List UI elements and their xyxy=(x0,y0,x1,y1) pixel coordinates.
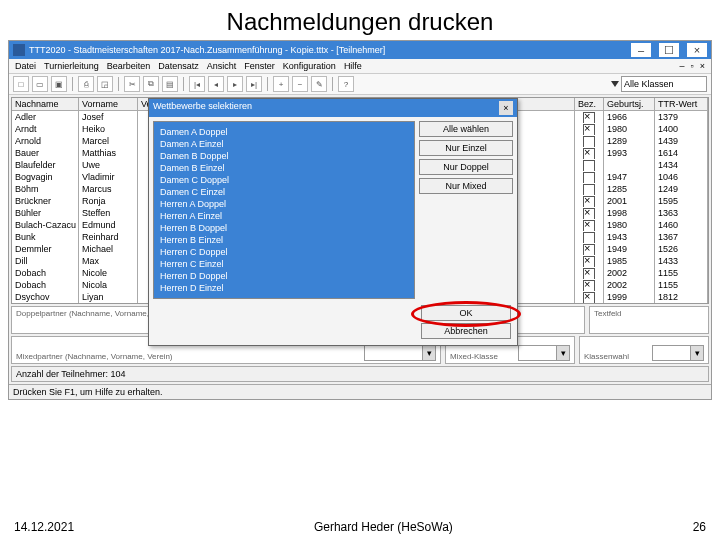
list-item[interactable]: Herren C Einzel xyxy=(160,258,408,270)
list-item[interactable]: Herren D Doppel xyxy=(160,270,408,282)
cell-nachname[interactable]: Bühler xyxy=(12,207,78,219)
cell-vorname[interactable]: Nicola xyxy=(79,279,137,291)
tb-prev-icon[interactable]: ◂ xyxy=(208,76,224,92)
cell-vorname[interactable]: Edmund xyxy=(79,219,137,231)
cell-nachname[interactable]: Dobach xyxy=(12,267,78,279)
cell-ttr[interactable]: 1379 xyxy=(655,111,707,123)
list-item[interactable]: Damen B Doppel xyxy=(160,150,408,162)
cell-geburtsj[interactable]: 1993 xyxy=(604,147,654,159)
cell-geburtsj[interactable]: 1285 xyxy=(604,183,654,195)
cell-nachname[interactable]: Brückner xyxy=(12,195,78,207)
cell-geburtsj[interactable]: 1980 xyxy=(604,123,654,135)
cell-geburtsj[interactable]: 1949 xyxy=(604,243,654,255)
cell-geburtsj[interactable]: 1998 xyxy=(604,207,654,219)
cell-vorname[interactable]: Marcel xyxy=(79,135,137,147)
cell-bez[interactable] xyxy=(575,207,603,219)
tb-add-icon[interactable]: + xyxy=(273,76,289,92)
tb-next-icon[interactable]: ▸ xyxy=(227,76,243,92)
tb-paste-icon[interactable]: ▤ xyxy=(162,76,178,92)
list-item[interactable]: Damen C Einzel xyxy=(160,186,408,198)
cell-ttr[interactable]: 1367 xyxy=(655,231,707,243)
list-item[interactable]: Herren B Einzel xyxy=(160,234,408,246)
tb-last-icon[interactable]: ▸| xyxy=(246,76,262,92)
dialog-close-icon[interactable]: × xyxy=(499,101,513,115)
cell-nachname[interactable]: Bogvagin xyxy=(12,171,78,183)
cell-bez[interactable] xyxy=(575,123,603,135)
col-geburtsj[interactable]: Geburtsj. xyxy=(604,98,654,111)
cell-geburtsj[interactable]: 2002 xyxy=(604,267,654,279)
cell-geburtsj[interactable] xyxy=(604,159,654,171)
close-button[interactable]: × xyxy=(687,43,707,57)
cell-vorname[interactable]: Vladimir xyxy=(79,171,137,183)
maximize-button[interactable]: ☐ xyxy=(659,43,679,57)
cell-ttr[interactable]: 1363 xyxy=(655,207,707,219)
tb-help-icon[interactable]: ? xyxy=(338,76,354,92)
cell-vorname[interactable]: Liyan xyxy=(79,291,137,303)
cell-bez[interactable] xyxy=(575,159,603,171)
cell-geburtsj[interactable]: 2002 xyxy=(604,279,654,291)
list-item[interactable]: Herren C Doppel xyxy=(160,246,408,258)
list-item[interactable]: Herren A Doppel xyxy=(160,198,408,210)
wettbewerbe-listbox[interactable]: Damen A DoppelDamen A EinzelDamen B Dopp… xyxy=(153,121,415,299)
cell-geburtsj[interactable]: 1980 xyxy=(604,219,654,231)
cell-bez[interactable] xyxy=(575,195,603,207)
ok-button[interactable]: OK xyxy=(421,305,511,321)
cell-bez[interactable] xyxy=(575,183,603,195)
tb-copy-icon[interactable]: ⧉ xyxy=(143,76,159,92)
cell-vorname[interactable]: Nicole xyxy=(79,267,137,279)
cell-nachname[interactable]: Böhm xyxy=(12,183,78,195)
col-vorname[interactable]: Vorname xyxy=(79,98,137,111)
cell-vorname[interactable]: Marcus xyxy=(79,183,137,195)
cell-bez[interactable] xyxy=(575,243,603,255)
tb-preview-icon[interactable]: ◲ xyxy=(97,76,113,92)
cell-ttr[interactable]: 1400 xyxy=(655,123,707,135)
menu-ansicht[interactable]: Ansicht xyxy=(207,61,237,71)
cell-nachname[interactable]: Bauer xyxy=(12,147,78,159)
klassen-input[interactable] xyxy=(621,76,707,92)
cell-geburtsj[interactable]: 1289 xyxy=(604,135,654,147)
cell-ttr[interactable]: 1595 xyxy=(655,195,707,207)
cell-nachname[interactable]: Bulach-Cazacu xyxy=(12,219,78,231)
nur-einzel-button[interactable]: Nur Einzel xyxy=(419,140,513,156)
tb-save-icon[interactable]: ▣ xyxy=(51,76,67,92)
cell-vorname[interactable]: Michael xyxy=(79,243,137,255)
cell-bez[interactable] xyxy=(575,267,603,279)
klassenwahl-combo[interactable]: ▾ xyxy=(652,345,704,361)
cell-bez[interactable] xyxy=(575,255,603,267)
cell-nachname[interactable]: Demmler xyxy=(12,243,78,255)
menu-fenster[interactable]: Fenster xyxy=(244,61,275,71)
mixedpartner-combo[interactable]: ▾ xyxy=(364,345,436,361)
menu-datensatz[interactable]: Datensatz xyxy=(158,61,199,71)
tb-open-icon[interactable]: ▭ xyxy=(32,76,48,92)
klassen-filter[interactable] xyxy=(611,76,707,92)
cell-ttr[interactable]: 1433 xyxy=(655,255,707,267)
cell-nachname[interactable]: Adler xyxy=(12,111,78,123)
cell-geburtsj[interactable]: 1947 xyxy=(604,171,654,183)
menu-datei[interactable]: Datei xyxy=(15,61,36,71)
cell-nachname[interactable]: Dsychov xyxy=(12,291,78,303)
nur-doppel-button[interactable]: Nur Doppel xyxy=(419,159,513,175)
cell-geburtsj[interactable]: 1999 xyxy=(604,291,654,303)
mdi-restore-icon[interactable]: ▫ xyxy=(691,61,694,71)
menu-hilfe[interactable]: Hilfe xyxy=(344,61,362,71)
cell-ttr[interactable]: 1812 xyxy=(655,291,707,303)
cell-bez[interactable] xyxy=(575,147,603,159)
list-item[interactable]: Damen C Doppel xyxy=(160,174,408,186)
col-bez[interactable]: Bez. xyxy=(575,98,603,111)
cell-ttr[interactable]: 1249 xyxy=(655,183,707,195)
cell-vorname[interactable]: Steffen xyxy=(79,207,137,219)
menu-konfiguration[interactable]: Konfiguration xyxy=(283,61,336,71)
cell-bez[interactable] xyxy=(575,219,603,231)
abbrechen-button[interactable]: Abbrechen xyxy=(421,323,511,339)
cell-ttr[interactable]: 1155 xyxy=(655,279,707,291)
cell-vorname[interactable]: Max xyxy=(79,255,137,267)
cell-bez[interactable] xyxy=(575,279,603,291)
cell-nachname[interactable]: Blaufelder xyxy=(12,159,78,171)
list-item[interactable]: Herren D Einzel xyxy=(160,282,408,294)
cell-bez[interactable] xyxy=(575,231,603,243)
tb-new-icon[interactable]: □ xyxy=(13,76,29,92)
menu-turnierleitung[interactable]: Turnierleitung xyxy=(44,61,99,71)
col-nachname[interactable]: Nachname xyxy=(12,98,78,111)
cell-ttr[interactable]: 1460 xyxy=(655,219,707,231)
cell-nachname[interactable]: Bunk xyxy=(12,231,78,243)
